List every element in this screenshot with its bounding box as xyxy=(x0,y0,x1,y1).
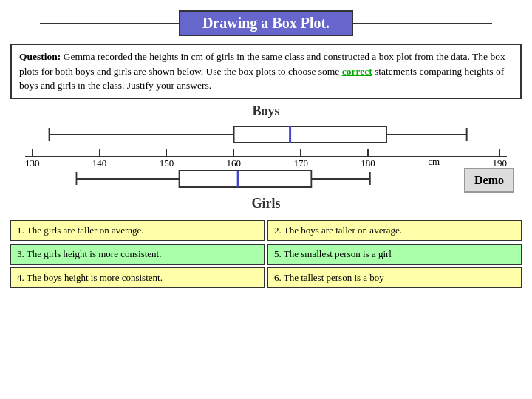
stmt-5[interactable]: 5. The smallest person is a girl xyxy=(267,244,522,265)
svg-rect-8 xyxy=(180,171,312,187)
tick-150-label: 150 xyxy=(160,157,174,169)
tick-190: 190 xyxy=(492,149,507,169)
page: Drawing a Box Plot. Question: Gemma reco… xyxy=(0,0,532,399)
boys-boxplot-wrap xyxy=(25,120,507,149)
tick-170-label: 170 xyxy=(293,157,308,169)
stmt-3-id: 3. xyxy=(17,248,27,259)
stmt-1[interactable]: 1. The girls are taller on average. xyxy=(10,220,265,241)
tick-160-label: 160 xyxy=(227,157,242,169)
tick-150: 150 xyxy=(160,149,174,169)
question-box: Question: Gemma recorded the heights in … xyxy=(10,44,522,99)
stmt-1-id: 1. xyxy=(17,225,27,236)
tick-130-label: 130 xyxy=(25,157,40,169)
stmt-4[interactable]: 4. The boys height is more consistent. xyxy=(10,267,265,288)
stmt-4-id: 4. xyxy=(17,272,27,283)
question-label: Question: xyxy=(19,51,61,62)
tick-180-label: 180 xyxy=(361,157,375,169)
girls-row: Demo xyxy=(18,165,514,196)
title-box: Drawing a Box Plot. xyxy=(179,10,353,36)
tick-cm-label: cm xyxy=(428,156,440,168)
correct-word: correct xyxy=(342,66,372,77)
girls-boxplot-wrap xyxy=(18,165,458,196)
tick-140: 140 xyxy=(92,149,107,169)
stmt-5-id: 5. xyxy=(274,248,284,259)
stmt-3-text: The girls height is more consistent. xyxy=(27,248,162,259)
tick-170: 170 xyxy=(293,149,308,169)
tick-190-label: 190 xyxy=(492,157,507,169)
boys-label: Boys xyxy=(18,103,514,119)
stmt-4-text: The boys height is more consistent. xyxy=(27,272,163,283)
girls-label: Girls xyxy=(18,196,514,211)
boys-boxplot-svg xyxy=(25,120,507,149)
statements-grid: 1. The girls are taller on average. 2. T… xyxy=(10,220,522,288)
tick-180: 180 xyxy=(361,149,375,169)
stmt-6[interactable]: 6. The tallest person is a boy xyxy=(267,267,522,288)
stmt-5-text: The smallest person is a girl xyxy=(284,248,392,259)
tick-130: 130 xyxy=(25,149,40,169)
stmt-3[interactable]: 3. The girls height is more consistent. xyxy=(10,244,265,265)
stmt-2-text: The boys are taller on average. xyxy=(284,225,402,236)
svg-rect-2 xyxy=(234,126,386,143)
stmt-2-id: 2. xyxy=(274,225,284,236)
tick-140-label: 140 xyxy=(92,157,107,169)
stmt-6-text: The tallest person is a boy xyxy=(284,272,384,283)
title-line-left xyxy=(40,23,179,24)
title-line-right xyxy=(353,23,492,24)
tick-labels: 130 140 150 160 170 xyxy=(25,149,507,169)
demo-box: Demo xyxy=(464,168,514,193)
stmt-2[interactable]: 2. The boys are taller on average. xyxy=(267,220,522,241)
tick-160: 160 xyxy=(227,149,242,169)
title-bar: Drawing a Box Plot. xyxy=(40,10,492,36)
axis-row: 130 140 150 160 170 xyxy=(25,149,507,165)
stmt-1-text: The girls are taller on average. xyxy=(27,225,144,236)
tick-cm: cm xyxy=(428,149,440,169)
stmt-6-id: 6. xyxy=(274,272,284,283)
boys-chart-area: Boys xyxy=(10,103,522,213)
